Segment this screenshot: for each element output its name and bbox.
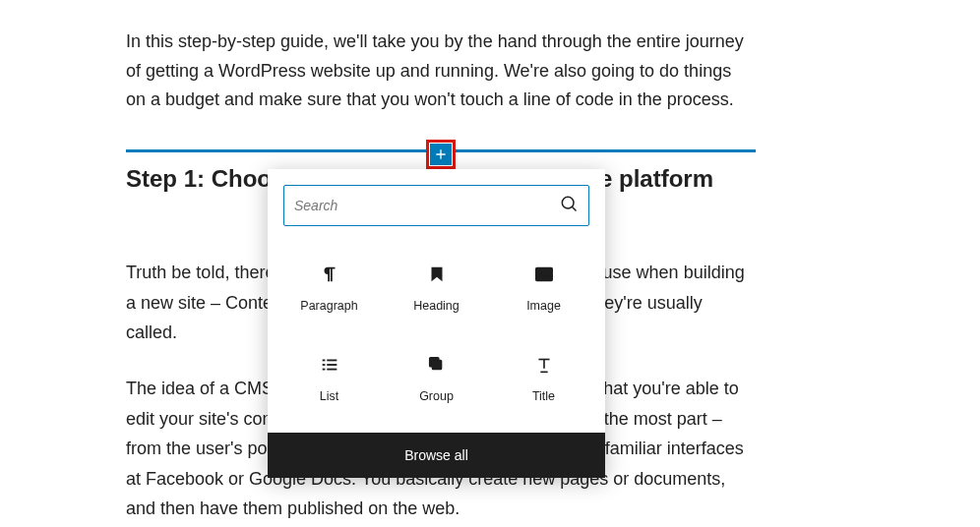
group-icon bbox=[424, 352, 450, 378]
svg-rect-8 bbox=[327, 369, 337, 371]
heading-icon bbox=[424, 262, 450, 287]
title-icon bbox=[531, 352, 557, 378]
block-list-label: List bbox=[320, 389, 338, 403]
paragraph-icon bbox=[317, 262, 342, 287]
block-inserter-popover: Paragraph Heading Image List Group bbox=[268, 169, 605, 478]
image-icon bbox=[531, 262, 557, 287]
list-icon bbox=[317, 352, 342, 378]
block-paragraph-label: Paragraph bbox=[300, 299, 357, 313]
block-list[interactable]: List bbox=[276, 332, 383, 423]
svg-line-1 bbox=[572, 206, 576, 210]
block-group[interactable]: Group bbox=[383, 332, 490, 423]
block-image-label: Image bbox=[526, 299, 561, 313]
search-input[interactable] bbox=[294, 198, 559, 213]
svg-rect-2 bbox=[535, 268, 552, 281]
block-title[interactable]: Title bbox=[490, 332, 597, 423]
svg-rect-10 bbox=[429, 358, 438, 367]
block-group-label: Group bbox=[419, 389, 454, 403]
browse-all-button[interactable]: Browse all bbox=[268, 433, 605, 478]
plus-icon bbox=[430, 144, 452, 165]
search-wrap bbox=[268, 169, 605, 242]
block-insert-divider bbox=[126, 144, 756, 157]
search-box[interactable] bbox=[283, 185, 589, 226]
svg-rect-3 bbox=[322, 360, 325, 362]
svg-rect-5 bbox=[322, 364, 325, 366]
block-image[interactable]: Image bbox=[490, 242, 597, 332]
search-icon bbox=[559, 194, 579, 217]
block-paragraph[interactable]: Paragraph bbox=[276, 242, 383, 332]
svg-rect-6 bbox=[327, 364, 337, 366]
block-title-label: Title bbox=[532, 389, 555, 403]
svg-rect-7 bbox=[322, 369, 325, 371]
block-heading-label: Heading bbox=[413, 299, 459, 313]
intro-paragraph: In this step-by-step guide, we'll take y… bbox=[126, 28, 756, 115]
block-grid: Paragraph Heading Image List Group bbox=[268, 242, 605, 433]
block-heading[interactable]: Heading bbox=[383, 242, 490, 332]
svg-point-0 bbox=[562, 197, 574, 208]
svg-rect-4 bbox=[327, 360, 337, 362]
